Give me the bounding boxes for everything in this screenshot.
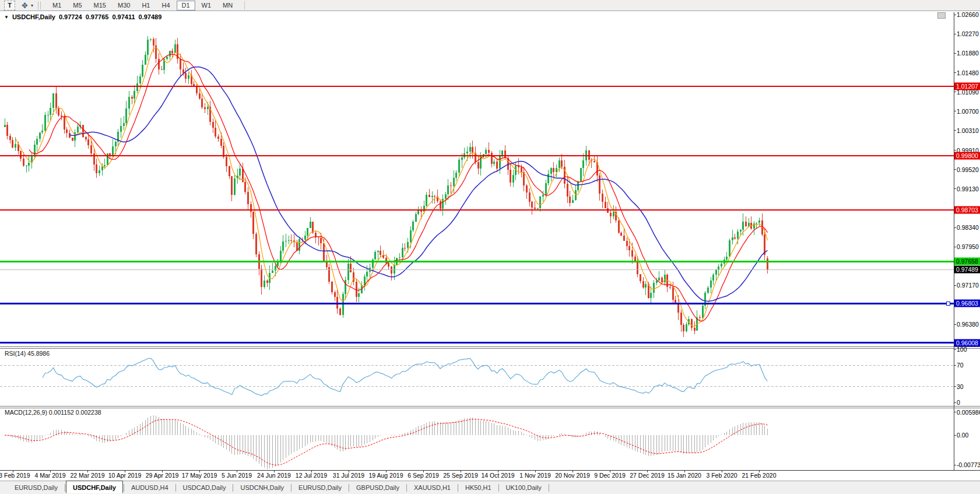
chevron-down-icon[interactable]: ▾ <box>31 3 33 8</box>
chart-tab-audusd-h4[interactable]: AUDUSD,H4 <box>125 482 175 493</box>
bull-candle <box>120 126 122 132</box>
bull-candle <box>712 275 714 281</box>
price-tick-label: 0.97950 <box>957 243 979 250</box>
text-tool-button[interactable]: T <box>4 1 15 10</box>
chart-tab-usdchf-daily[interactable]: USDCHF,Daily <box>66 481 123 493</box>
rsi-scale-label: 0 <box>957 399 960 406</box>
chart-tab-usdcnh-daily[interactable]: USDCNH,Daily <box>234 482 290 493</box>
bear-candle <box>180 59 181 69</box>
date-axis-label: 25 Sep 2019 <box>443 472 478 479</box>
bear-candle <box>380 251 381 255</box>
bear-candle <box>131 97 133 99</box>
cursor-tool-icon[interactable]: ✥ <box>20 1 30 10</box>
chart-tab-eurusd-daily[interactable]: EURUSD,Daily <box>8 482 64 493</box>
timeframe-button-h1[interactable]: H1 <box>136 1 155 10</box>
bear-candle <box>58 108 59 115</box>
price-badge-red: 0.99800 <box>954 152 980 159</box>
bear-candle <box>602 194 603 202</box>
price-tick-label: 1.02660 <box>957 11 979 18</box>
bear-candle <box>96 164 97 173</box>
price-tick-label: 1.01480 <box>957 69 979 76</box>
bull-candle <box>347 264 349 280</box>
chart-tab-gbpusd-daily[interactable]: GBPUSD,Daily <box>350 482 406 493</box>
bear-candle <box>767 258 768 270</box>
price-chart-canvas[interactable] <box>0 0 980 481</box>
timeframe-button-m5[interactable]: M5 <box>68 1 87 10</box>
bear-candle <box>350 264 352 272</box>
bull-candle <box>542 195 544 197</box>
timeframe-button-mn[interactable]: MN <box>217 1 238 10</box>
bear-candle <box>220 139 222 146</box>
timeframe-button-m15[interactable]: M15 <box>89 1 111 10</box>
bull-candle <box>431 196 433 197</box>
bear-candle <box>634 257 636 260</box>
bull-candle <box>147 40 149 55</box>
chart-tab-xauusd-h1[interactable]: XAUUSD,H1 <box>408 482 457 493</box>
bear-candle <box>290 240 292 241</box>
bear-candle <box>628 246 630 250</box>
bear-candle <box>247 192 249 204</box>
bull-candle <box>134 91 135 98</box>
bear-candle <box>61 115 62 117</box>
price-badge-blue: 0.96803 <box>954 300 980 307</box>
bear-candle <box>331 282 333 292</box>
scroll-button[interactable] <box>937 12 946 19</box>
price-badge-green: 0.97658 <box>954 258 980 265</box>
bull-candle <box>645 284 647 287</box>
bear-candle <box>734 237 736 239</box>
bull-candle <box>653 283 655 293</box>
macd-indicator-label: MACD(12,26,9) 0.001152 0.002238 <box>5 409 101 416</box>
bull-candle <box>304 236 306 240</box>
chart-tab-usdcad-daily[interactable]: USDCAD,Daily <box>177 482 233 493</box>
bull-candle <box>115 142 117 146</box>
bull-candle <box>415 214 417 222</box>
bear-candle <box>640 274 641 281</box>
bear-candle <box>231 176 233 195</box>
price-tick-label: 0.96380 <box>957 321 979 328</box>
bear-candle <box>694 328 696 330</box>
bull-candle <box>101 166 103 170</box>
timeframe-button-d1[interactable]: D1 <box>177 1 195 10</box>
rsi-scale-label: 70 <box>957 362 964 369</box>
bear-candle <box>9 136 11 140</box>
chart-tab-uk100-daily[interactable]: UK100,Daily <box>500 482 548 493</box>
bear-candle <box>675 300 676 302</box>
bear-candle <box>534 208 536 209</box>
bull-candle <box>658 278 660 281</box>
bear-candle <box>23 159 24 166</box>
timeframe-button-group: M1M5M15M30H1H4D1W1MN <box>47 1 238 10</box>
timeframe-button-w1[interactable]: W1 <box>196 1 217 10</box>
bull-candle <box>107 153 108 165</box>
bull-candle <box>664 275 666 282</box>
bull-candle <box>307 228 308 236</box>
bull-candle <box>412 222 414 230</box>
bear-candle <box>529 192 531 202</box>
toolbar-grip[interactable] <box>38 2 41 9</box>
bull-candle <box>545 183 547 195</box>
bear-candle <box>691 319 693 328</box>
chart-tab-eurusd-daily[interactable]: EURUSD,Daily <box>292 482 348 493</box>
bull-candle <box>458 160 460 172</box>
bear-candle <box>334 292 336 297</box>
bull-candle <box>423 206 425 211</box>
timeframe-button-m30[interactable]: M30 <box>113 1 135 10</box>
bear-candle <box>339 309 341 315</box>
date-axis-label: 24 Jun 2019 <box>257 472 291 479</box>
bull-candle <box>407 242 409 248</box>
bull-candle <box>721 264 722 267</box>
bear-candle <box>672 287 674 300</box>
line-selection-handle[interactable] <box>946 302 950 305</box>
bull-candle <box>550 168 552 174</box>
bear-candle <box>637 261 638 274</box>
chart-tab-hk50-h1[interactable]: HK50,H1 <box>459 482 498 493</box>
macd-scale-label: 0.005986 <box>957 409 980 416</box>
timeframe-button-h4[interactable]: H4 <box>156 1 175 10</box>
bull-candle <box>298 239 300 251</box>
timeframe-button-m1[interactable]: M1 <box>47 1 66 10</box>
chart-dropdown-icon[interactable]: ▼ <box>4 15 9 20</box>
date-axis-label: 22 Mar 2019 <box>71 472 105 479</box>
tab-separator <box>549 484 549 492</box>
bull-candle <box>142 65 143 76</box>
date-axis-label: 4 Mar 2019 <box>34 472 65 479</box>
bear-candle <box>599 176 600 194</box>
